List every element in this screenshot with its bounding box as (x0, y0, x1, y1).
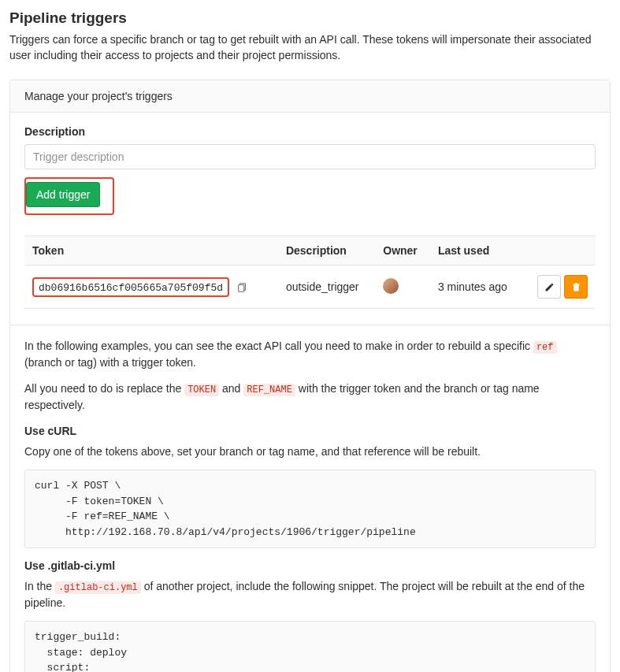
last-used: 3 minutes ago (430, 265, 523, 309)
curl-heading: Use cURL (24, 425, 596, 437)
examples-intro: In the following examples, you can see t… (24, 338, 596, 371)
examples-replace: All you need to do is replace the TOKEN … (24, 381, 596, 414)
svg-rect-1 (239, 285, 244, 292)
yml-heading: Use .gitlab-ci.yml (24, 559, 596, 572)
ref-code: ref (533, 341, 557, 354)
yml-description: In the .gitlab-ci.yml of another project… (24, 578, 596, 611)
edit-button[interactable] (537, 275, 561, 299)
yml-code-block[interactable]: trigger_build: stage: deploy script: - "… (24, 621, 596, 672)
svg-rect-5 (574, 283, 577, 284)
highlight-token: db06916b6516cf005665a705f09f5d (32, 277, 229, 297)
col-description: Description (278, 236, 375, 265)
token-value: db06916b6516cf005665a705f09f5d (39, 282, 223, 294)
trash-icon (571, 282, 581, 292)
pencil-icon (544, 282, 555, 292)
add-trigger-button[interactable]: Add trigger (26, 182, 100, 208)
triggers-table: Token Description Owner Last used db0691… (24, 236, 596, 309)
examples-section: In the following examples, you can see t… (10, 325, 610, 672)
col-last-used: Last used (430, 236, 523, 265)
col-owner: Owner (375, 236, 430, 265)
panel-header: Manage your project's triggers (10, 80, 610, 113)
owner-avatar[interactable] (383, 278, 399, 294)
highlight-add-trigger: Add trigger (24, 177, 114, 216)
col-actions (523, 236, 596, 265)
trigger-description: outside_trigger (278, 265, 375, 309)
delete-button[interactable] (564, 275, 588, 299)
gitlab-ci-filename: .gitlab-ci.yml (55, 581, 141, 594)
token-placeholder-code: TOKEN (184, 384, 219, 396)
curl-description: Copy one of the tokens above, set your b… (24, 444, 596, 460)
page-description: Triggers can force a specific branch or … (9, 32, 611, 64)
refname-placeholder-code: REF_NAME (243, 384, 295, 396)
description-input[interactable] (24, 144, 596, 169)
svg-rect-3 (574, 285, 579, 291)
clipboard-icon[interactable] (237, 282, 248, 293)
col-token: Token (24, 236, 278, 265)
curl-code-block[interactable]: curl -X POST \ -F token=TOKEN \ -F ref=R… (24, 470, 596, 548)
panel-body: Description Add trigger Token Descriptio… (10, 113, 610, 325)
page-title: Pipeline triggers (9, 9, 611, 27)
triggers-panel: Manage your project's triggers Descripti… (9, 80, 611, 672)
description-label: Description (24, 125, 596, 138)
table-row: db06916b6516cf005665a705f09f5d outside_t… (24, 265, 596, 309)
